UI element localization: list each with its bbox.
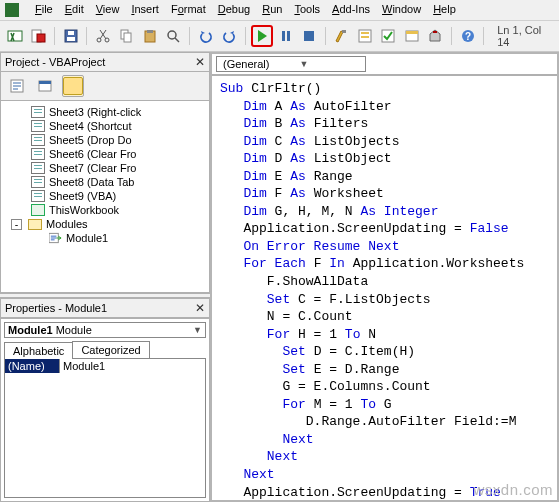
menu-edit[interactable]: Edit	[65, 3, 84, 17]
object-dropdown[interactable]: (General) ▼	[216, 56, 366, 72]
tree-sheet-item[interactable]: Sheet3 (Right-click	[31, 105, 207, 119]
tree-item-label: Modules	[46, 218, 88, 230]
tree-item-label: Sheet9 (VBA)	[49, 190, 116, 202]
worksheet-icon	[31, 162, 45, 174]
property-name-cell[interactable]: (Name)	[5, 359, 60, 373]
property-grid[interactable]: (Name) Module1	[4, 358, 206, 499]
properties-title-text: Properties - Module1	[5, 302, 107, 314]
run-button[interactable]	[251, 25, 273, 47]
design-mode-icon[interactable]	[331, 25, 352, 47]
project-toolbar	[0, 72, 210, 100]
svg-rect-19	[361, 32, 369, 34]
insert-module-icon[interactable]	[27, 25, 48, 47]
svg-rect-23	[406, 31, 418, 34]
svg-line-13	[175, 38, 179, 42]
workbook-icon	[31, 204, 45, 216]
find-icon[interactable]	[163, 25, 184, 47]
svg-rect-11	[147, 30, 153, 33]
svg-rect-0	[8, 31, 22, 41]
menu-format[interactable]: Format	[171, 3, 206, 17]
worksheet-icon	[31, 134, 45, 146]
code-header: (General) ▼	[212, 54, 557, 75]
main-area: Project - VBAProject ✕ Sheet3 (Right-cli…	[0, 52, 559, 502]
tree-sheet-item[interactable]: Sheet8 (Data Tab	[31, 175, 207, 189]
object-browser-icon[interactable]	[401, 25, 422, 47]
properties-panel: Module1 Module ▼ Alphabetic Categorized …	[0, 318, 210, 503]
view-code-icon[interactable]	[6, 75, 28, 97]
view-object-icon[interactable]	[34, 75, 56, 97]
view-excel-icon[interactable]	[4, 25, 25, 47]
object-name: Module1	[8, 324, 53, 336]
tree-item-label: Sheet5 (Drop Do	[49, 134, 132, 146]
svg-rect-2	[37, 34, 45, 42]
worksheet-icon	[31, 106, 45, 118]
project-tree[interactable]: Sheet3 (Right-clickSheet4 (ShortcutSheet…	[0, 100, 210, 293]
menu-file[interactable]: File	[35, 3, 53, 17]
module-icon	[49, 232, 62, 244]
svg-point-6	[97, 38, 101, 42]
close-icon[interactable]: ✕	[195, 301, 205, 315]
svg-rect-16	[304, 31, 314, 41]
reset-icon[interactable]	[298, 25, 319, 47]
svg-rect-15	[287, 31, 290, 41]
tree-sheet-item[interactable]: Sheet5 (Drop Do	[31, 133, 207, 147]
undo-icon[interactable]	[195, 25, 216, 47]
menu-window[interactable]: Window	[382, 3, 421, 17]
worksheet-icon	[31, 176, 45, 188]
tree-sheet-item[interactable]: Sheet9 (VBA)	[31, 189, 207, 203]
cut-icon[interactable]	[92, 25, 113, 47]
redo-icon[interactable]	[218, 25, 239, 47]
menu-addins[interactable]: Add-Ins	[332, 3, 370, 17]
copy-icon[interactable]	[116, 25, 137, 47]
svg-rect-20	[361, 36, 369, 38]
code-editor[interactable]: Sub ClrFltr() Dim A As AutoFilter Dim B …	[212, 76, 557, 500]
tree-sheet-item[interactable]: Sheet6 (Clear Fro	[31, 147, 207, 161]
property-value-cell[interactable]: Module1	[60, 359, 205, 373]
menu-run[interactable]: Run	[262, 3, 282, 17]
menu-help[interactable]: Help	[433, 3, 456, 17]
close-icon[interactable]: ✕	[195, 55, 205, 69]
svg-point-12	[168, 31, 176, 39]
menu-insert[interactable]: Insert	[131, 3, 159, 17]
expander-icon[interactable]: -	[11, 219, 22, 230]
object-selector[interactable]: Module1 Module ▼	[4, 322, 206, 338]
help-icon[interactable]: ?	[457, 25, 478, 47]
tree-item-label: Module1	[66, 232, 108, 244]
menu-view[interactable]: View	[96, 3, 120, 17]
tree-item-label: Sheet7 (Clear Fro	[49, 162, 136, 174]
folder-icon	[28, 219, 42, 230]
svg-rect-9	[124, 33, 131, 42]
menu-debug[interactable]: Debug	[218, 3, 250, 17]
code-pane: (General) ▼ Sub ClrFltr() Dim A As AutoF…	[210, 52, 559, 502]
chevron-down-icon: ▼	[299, 59, 308, 69]
object-dropdown-value: (General)	[223, 58, 269, 70]
tree-item-label: Sheet8 (Data Tab	[49, 176, 134, 188]
menubar: File Edit View Insert Format Debug Run T…	[0, 0, 559, 21]
break-icon[interactable]	[275, 25, 296, 47]
svg-rect-5	[67, 37, 75, 41]
tree-module-item[interactable]: Module1	[49, 231, 207, 245]
properties-icon[interactable]	[378, 25, 399, 47]
save-icon[interactable]	[60, 25, 81, 47]
svg-rect-17	[342, 30, 346, 33]
chevron-down-icon: ▼	[193, 325, 202, 335]
left-column: Project - VBAProject ✕ Sheet3 (Right-cli…	[0, 52, 210, 502]
toolbox-icon[interactable]	[424, 25, 445, 47]
svg-text:?: ?	[464, 31, 470, 42]
tree-sheet-item[interactable]: Sheet7 (Clear Fro	[31, 161, 207, 175]
toggle-folders-icon[interactable]	[62, 75, 84, 97]
object-type: Module	[56, 324, 92, 336]
tab-categorized[interactable]: Categorized	[72, 341, 149, 358]
app-icon	[5, 3, 19, 17]
tree-sheet-item[interactable]: Sheet4 (Shortcut	[31, 119, 207, 133]
tree-workbook-item[interactable]: ThisWorkbook	[31, 203, 207, 217]
project-explorer-icon[interactable]	[354, 25, 375, 47]
paste-icon[interactable]	[139, 25, 160, 47]
svg-point-7	[105, 38, 109, 42]
tree-modules-folder[interactable]: -Modules	[31, 217, 207, 231]
svg-rect-4	[68, 31, 74, 35]
project-title-text: Project - VBAProject	[5, 56, 105, 68]
tab-alphabetic[interactable]: Alphabetic	[4, 342, 73, 359]
tree-item-label: Sheet3 (Right-click	[49, 106, 141, 118]
menu-tools[interactable]: Tools	[294, 3, 320, 17]
